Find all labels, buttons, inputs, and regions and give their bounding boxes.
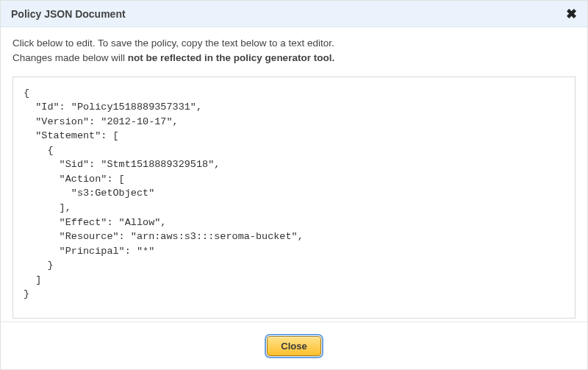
dialog-titlebar: Policy JSON Document ✖: [1, 1, 587, 27]
policy-json-dialog: Policy JSON Document ✖ Click below to ed…: [0, 0, 588, 370]
intro-line2-bold: not be reflected in the policy generator…: [128, 52, 334, 63]
dialog-footer: Close: [1, 321, 587, 369]
dialog-body[interactable]: Click below to edit. To save the policy,…: [1, 27, 587, 321]
intro-text: Click below to edit. To save the policy,…: [12, 36, 576, 66]
dialog-title: Policy JSON Document: [11, 8, 566, 20]
policy-json-textarea[interactable]: { "Id": "Policy1518889357331", "Version"…: [12, 77, 576, 319]
intro-line1: Click below to edit. To save the policy,…: [12, 38, 334, 49]
close-icon[interactable]: ✖: [566, 7, 577, 21]
close-button[interactable]: Close: [267, 336, 320, 356]
intro-line2-prefix: Changes made below will: [12, 52, 128, 63]
